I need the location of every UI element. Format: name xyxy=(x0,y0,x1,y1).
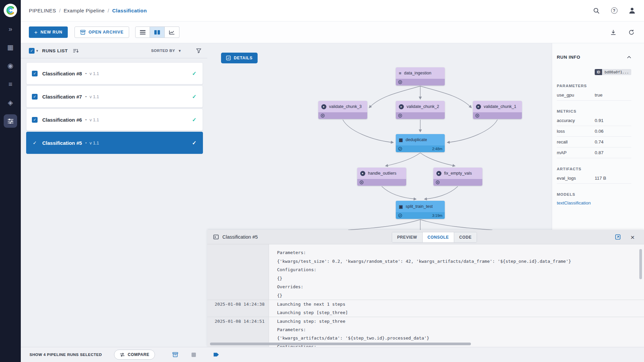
expand-console-button[interactable] xyxy=(614,233,622,241)
chart-view-button[interactable] xyxy=(165,26,179,38)
compare-label: COMPARE xyxy=(128,352,150,357)
tag-button[interactable] xyxy=(213,352,219,357)
workers-icon: ◉ xyxy=(7,62,13,70)
dag-node-validate-chunk-3[interactable]: ▸validate_chunk_3 xyxy=(318,101,367,119)
pipeline-dag-canvas[interactable]: DETAILS xyxy=(207,43,552,230)
run-name: Classification #5 xyxy=(42,140,82,146)
log-timestamp: 2025-01-08 14:24:38 xyxy=(207,302,269,307)
log-timestamp: 2025-01-08 14:24:51 xyxy=(207,319,269,324)
datasets-icon: ≡ xyxy=(8,80,12,88)
chevron-up-icon xyxy=(627,56,631,59)
clearml-logo[interactable] xyxy=(4,4,17,17)
data-layers-icon: ≡ xyxy=(399,71,401,75)
artifact-key[interactable]: eval_logs xyxy=(557,176,595,181)
dag-node-handle-outliers[interactable]: ▸handle_outliers xyxy=(357,168,406,186)
models-icon: ◈ xyxy=(8,99,13,107)
help-button[interactable]: ? xyxy=(610,7,618,15)
pipelines-app: » ▦ ◉ ≡ ◈ PIPELINES / Example Pipeline /… xyxy=(0,0,644,362)
model-link[interactable]: textClassification xyxy=(557,200,631,205)
sorted-by-dropdown[interactable]: SORTED BY ▾ xyxy=(151,49,181,53)
dag-node-deduplicate[interactable]: ▦deduplicate 2:48m xyxy=(396,134,445,152)
close-icon: × xyxy=(631,233,635,241)
run-info-panel: RUN INFO ID bd00a0f1... PARAMETERS use_g… xyxy=(552,43,644,230)
node-label: validate_chunk_2 xyxy=(407,104,439,109)
compare-button[interactable]: COMPARE xyxy=(114,350,155,360)
log-text: Parameters: xyxy=(269,250,306,255)
sidebar-item-workers[interactable]: ◉ xyxy=(4,59,17,72)
sort-order-button[interactable] xyxy=(73,49,78,53)
breadcrumb: PIPELINES / Example Pipeline / Classific… xyxy=(29,8,147,13)
log-row: Parameters: xyxy=(207,248,644,257)
selection-footer: SHOW 4 PIPELINE RUNS SELECTED COMPARE xyxy=(21,347,644,362)
split-view-button[interactable] xyxy=(150,26,165,38)
sidebar-item-models[interactable]: ◈ xyxy=(4,96,17,109)
dag-node-fix-empty-vals[interactable]: ▸fix_empty_vals xyxy=(433,168,482,186)
run-version: v 1.1 xyxy=(90,71,99,76)
actions-toolbar: + NEW RUN OPEN ARCHIVE xyxy=(21,21,644,43)
dot-separator-icon: ● xyxy=(85,72,87,74)
run-list-item-selected[interactable]: ✓ Classification #5 ● v 1.1 ✓ xyxy=(26,132,203,154)
run-checkbox[interactable]: ✓ xyxy=(32,71,38,76)
check-icon: ✓ xyxy=(33,140,37,145)
log-text: {} xyxy=(269,293,282,298)
dag-node-data-ingestion[interactable]: ≡data_ingestion xyxy=(396,67,445,85)
log-row: {} xyxy=(207,274,644,283)
abort-icon xyxy=(192,353,196,357)
console-log[interactable]: Parameters: {'kwargs/test_size': 0.2, 'k… xyxy=(207,244,644,347)
table-view-button[interactable] xyxy=(135,26,150,38)
run-list-item[interactable]: ✓ Classification #8 ● v 1.1 ✓ xyxy=(26,62,203,84)
breadcrumb-project[interactable]: Example Pipeline xyxy=(64,8,105,13)
run-list-item[interactable]: ✓ Classification #6 ● v 1.1 ✓ xyxy=(26,109,203,131)
tag-icon xyxy=(213,352,219,357)
filter-button[interactable] xyxy=(196,48,201,53)
breadcrumb-root[interactable]: PIPELINES xyxy=(29,8,56,13)
plus-icon: + xyxy=(34,29,38,35)
logo-icon xyxy=(5,5,15,15)
console-horizontal-scrollbar[interactable] xyxy=(210,343,471,345)
select-all-caret-icon[interactable]: ▾ xyxy=(36,49,38,53)
collapse-panel-button[interactable] xyxy=(627,56,631,59)
details-button[interactable]: DETAILS xyxy=(221,53,258,63)
tab-code[interactable]: CODE xyxy=(454,232,477,242)
run-checkbox[interactable]: ✓ xyxy=(32,140,38,146)
console-tab-group: PREVIEW CONSOLE CODE xyxy=(392,232,477,243)
run-checkbox[interactable]: ✓ xyxy=(32,117,38,123)
check-icon: ✓ xyxy=(33,118,36,122)
run-id-chip[interactable]: ID bd00a0f1... xyxy=(595,69,631,75)
node-label: split_train_test xyxy=(406,204,433,209)
grid-icon: ▦ xyxy=(399,138,403,142)
search-button[interactable] xyxy=(592,7,600,15)
step-icon: ▸ xyxy=(436,171,441,176)
dag-node-split-train-test[interactable]: ▣split_train_test 3:19m xyxy=(396,201,445,219)
dag-node-validate-chunk-2[interactable]: ▸validate_chunk_2 xyxy=(396,101,445,119)
tab-preview[interactable]: PREVIEW xyxy=(392,232,422,242)
close-console-button[interactable]: × xyxy=(631,234,635,241)
run-name: Classification #7 xyxy=(42,94,82,100)
sidebar-item-pipelines[interactable] xyxy=(4,114,17,128)
download-icon xyxy=(610,29,616,36)
archive-selected-button[interactable] xyxy=(172,352,178,357)
metric-key: loss xyxy=(557,129,595,134)
tab-console[interactable]: CONSOLE xyxy=(422,232,454,242)
user-avatar[interactable] xyxy=(628,7,636,15)
sidebar-item-projects[interactable]: ▦ xyxy=(4,41,17,54)
metric-key: mAP xyxy=(557,150,595,155)
log-row: Parameters: xyxy=(207,325,644,334)
select-all-checkbox[interactable]: ✓ xyxy=(29,48,35,54)
run-list-item[interactable]: ✓ Classification #7 ● v 1.1 ✓ xyxy=(26,85,203,108)
sidebar-item-datasets[interactable]: ≡ xyxy=(4,77,17,91)
sort-bars-icon xyxy=(73,49,78,53)
dag-node-validate-chunk-1[interactable]: ▸validate_chunk_1 xyxy=(473,101,522,119)
id-badge: ID xyxy=(595,69,602,75)
log-row: {'kwargs/test_size': 0.2, 'kwargs/random… xyxy=(207,257,644,266)
download-button[interactable] xyxy=(609,28,617,36)
run-checkbox[interactable]: ✓ xyxy=(32,94,38,100)
log-row: 2025-01-08 14:24:38Launching the next 1 … xyxy=(207,300,644,308)
node-label: validate_chunk_1 xyxy=(484,104,516,109)
auto-refresh-button[interactable] xyxy=(627,28,635,36)
node-label: data_ingestion xyxy=(404,71,431,75)
sidebar-item-apps[interactable]: » xyxy=(4,22,17,36)
new-run-button[interactable]: + NEW RUN xyxy=(29,26,68,38)
open-archive-button[interactable]: OPEN ARCHIVE xyxy=(74,26,129,38)
console-vertical-scrollbar[interactable] xyxy=(639,249,642,279)
